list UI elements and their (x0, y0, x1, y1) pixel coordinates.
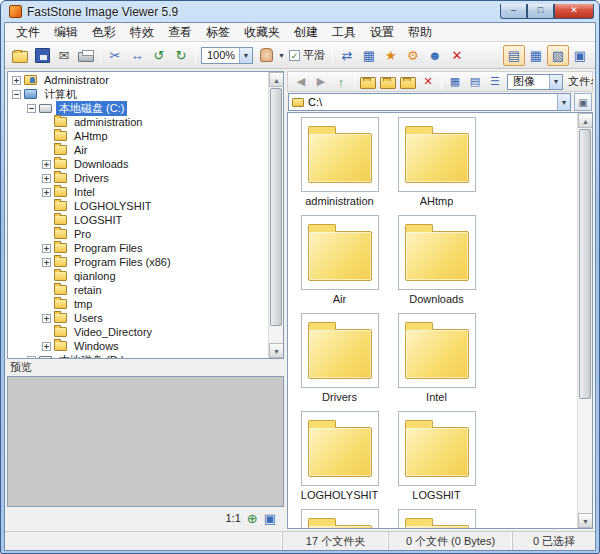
up-icon[interactable]: ↑ (331, 73, 351, 90)
tree-scrollbar[interactable]: ▲ ▼ (268, 72, 283, 358)
tree-item-Users[interactable]: +Users (8, 311, 268, 325)
zoom-select[interactable]: 100% ▼ (201, 47, 253, 64)
scrollbar-thumb[interactable] (579, 129, 591, 399)
chevron-down-icon[interactable]: ▼ (557, 94, 570, 110)
rotate-left-icon[interactable]: ↺ (148, 45, 170, 66)
expand-icon[interactable]: + (42, 188, 51, 197)
thumbnail-Downloads[interactable]: Downloads (388, 215, 485, 305)
expand-icon[interactable]: + (42, 342, 51, 351)
back-icon[interactable]: ◀ (291, 73, 311, 90)
menu-item-设置[interactable]: 设置 (363, 23, 401, 42)
tree-item-计算机[interactable]: −计算机 (8, 87, 268, 101)
hand-tool-dropdown-icon[interactable]: ▼ (278, 52, 285, 59)
menu-item-收藏夹[interactable]: 收藏夹 (237, 23, 287, 42)
scroll-up-icon[interactable]: ▲ (269, 72, 284, 87)
tree-item-Drivers[interactable]: +Drivers (8, 171, 268, 185)
zoom-actual-icon[interactable]: ⊕ (247, 511, 258, 526)
layout-split-icon[interactable]: ▦ (525, 45, 547, 66)
thumbnail-Air[interactable]: Air (291, 215, 388, 305)
thumbnail-AHtmp[interactable]: AHtmp (388, 117, 485, 207)
email-icon[interactable]: ✉ (53, 45, 75, 66)
layout-browser-icon[interactable]: ▤ (503, 45, 525, 66)
expand-icon[interactable]: + (42, 174, 51, 183)
thumbnails-icon[interactable]: ▦ (358, 45, 380, 66)
copy-path-icon[interactable]: ▣ (574, 93, 592, 111)
tree-item-Downloads[interactable]: +Downloads (8, 157, 268, 171)
thumbnail-LOGSHIT[interactable]: LOGSHIT (388, 411, 485, 501)
compare-icon[interactable]: ⇄ (336, 45, 358, 66)
address-combo[interactable]: C:\ ▼ (288, 93, 571, 111)
delete-icon[interactable]: ✕ (418, 73, 438, 90)
chevron-down-icon[interactable]: ▼ (239, 48, 252, 63)
resize-icon[interactable]: ↔ (126, 45, 148, 66)
tree-item-Intel[interactable]: +Intel (8, 185, 268, 199)
menu-item-色彩[interactable]: 色彩 (85, 23, 123, 42)
tree-item-Administrator[interactable]: +Administrator (8, 73, 268, 87)
chevron-down-icon[interactable]: ▼ (549, 75, 562, 89)
menu-item-帮助[interactable]: 帮助 (401, 23, 439, 42)
menu-item-特效[interactable]: 特效 (123, 23, 161, 42)
tree-item-Video_Directory[interactable]: Video_Directory (8, 325, 268, 339)
thumbnail-Drivers[interactable]: Drivers (291, 313, 388, 403)
smooth-checkbox[interactable]: ✓ (289, 50, 300, 61)
tree-item-本地磁盘 (C:)[interactable]: −本地磁盘 (C:) (8, 101, 268, 115)
tree-item-tmp[interactable]: tmp (8, 297, 268, 311)
tree-item-administration[interactable]: administration (8, 115, 268, 129)
gear-icon[interactable]: ⚙ (402, 45, 424, 66)
title-bar[interactable]: FastStone Image Viewer 5.9 – □ ✕ (4, 1, 596, 22)
delete-icon[interactable]: ✕ (446, 45, 468, 66)
save-icon[interactable] (31, 45, 53, 66)
scroll-up-icon[interactable]: ▲ (578, 113, 593, 128)
tree-item-LOGHOLYSHIT[interactable]: LOGHOLYSHIT (8, 199, 268, 213)
tree-item-LOGSHIT[interactable]: LOGSHIT (8, 213, 268, 227)
tree-item-Program Files[interactable]: +Program Files (8, 241, 268, 255)
minimize-button[interactable]: – (500, 4, 527, 19)
tree-item-Pro[interactable]: Pro (8, 227, 268, 241)
fullscreen-icon[interactable]: ▣ (569, 45, 591, 66)
collapse-icon[interactable]: − (27, 104, 36, 113)
rotate-right-icon[interactable]: ↻ (170, 45, 192, 66)
user-icon[interactable]: ☻ (424, 45, 446, 66)
menu-item-标签[interactable]: 标签 (199, 23, 237, 42)
scroll-down-icon[interactable]: ▼ (269, 343, 284, 358)
view-list-icon[interactable]: ☰ (485, 73, 505, 90)
menu-item-创建[interactable]: 创建 (287, 23, 325, 42)
view-details-icon[interactable]: ▤ (465, 73, 485, 90)
forward-icon[interactable]: ▶ (311, 73, 331, 90)
thumbnail-administration[interactable]: administration (291, 117, 388, 207)
tree-item-Program Files (x86)[interactable]: +Program Files (x86) (8, 255, 268, 269)
print-icon[interactable] (75, 45, 97, 66)
tree-item-Windows[interactable]: +Windows (8, 339, 268, 353)
tree-item-Air[interactable]: Air (8, 143, 268, 157)
thumbnail-Intel[interactable]: Intel (388, 313, 485, 403)
tree-item-本地磁盘 (D:)[interactable]: +本地磁盘 (D:) (8, 353, 268, 358)
fit-window-icon[interactable]: ▣ (264, 511, 276, 526)
menu-item-工具[interactable]: 工具 (325, 23, 363, 42)
expand-icon[interactable]: + (27, 356, 36, 359)
copy-folder-icon[interactable] (378, 73, 398, 90)
expand-icon[interactable]: + (42, 244, 51, 253)
new-folder-icon[interactable] (358, 73, 378, 90)
tree-item-AHtmp[interactable]: AHtmp (8, 129, 268, 143)
effects-icon[interactable]: ★ (380, 45, 402, 66)
menu-item-编辑[interactable]: 编辑 (47, 23, 85, 42)
expand-icon[interactable]: + (42, 314, 51, 323)
menu-item-文件[interactable]: 文件 (9, 23, 47, 42)
hand-tool-icon[interactable] (255, 45, 277, 66)
tree-item-qianlong[interactable]: qianlong (8, 269, 268, 283)
open-folder-icon[interactable] (9, 45, 31, 66)
expand-icon[interactable]: + (12, 76, 21, 85)
scroll-down-icon[interactable]: ▼ (578, 513, 593, 528)
maximize-button[interactable]: □ (527, 4, 554, 19)
thumbnail-Program Files[interactable]: Program Files (388, 509, 485, 528)
thumbnail-scrollbar[interactable]: ▲ ▼ (577, 113, 592, 528)
menu-item-查看[interactable]: 查看 (161, 23, 199, 42)
sort-button[interactable]: 文件名 ▼ (565, 74, 593, 89)
expand-icon[interactable]: + (42, 258, 51, 267)
move-folder-icon[interactable] (398, 73, 418, 90)
layout-preview-icon[interactable]: ▧ (547, 45, 569, 66)
view-mode-select[interactable]: 图像 ▼ (507, 74, 563, 90)
crop-icon[interactable]: ✂ (104, 45, 126, 66)
thumbnail-Pro[interactable]: Pro (291, 509, 388, 528)
tree-item-retain[interactable]: retain (8, 283, 268, 297)
